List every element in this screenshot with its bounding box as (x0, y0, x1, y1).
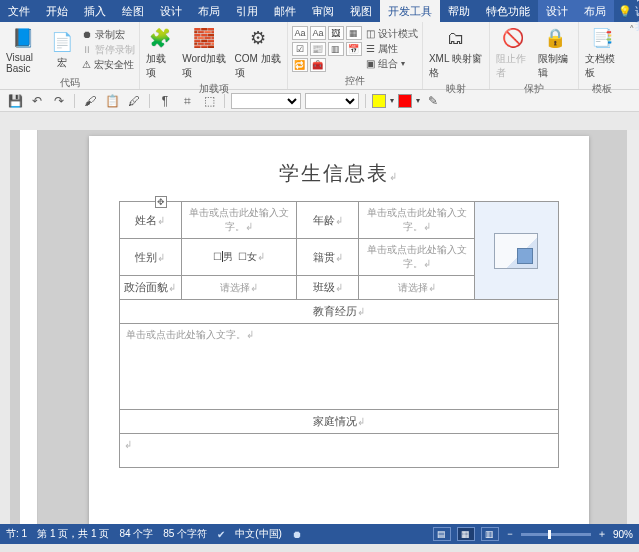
status-macro-icon[interactable]: ⏺ (292, 529, 302, 540)
ctl-richtext[interactable]: Aa (292, 26, 308, 40)
qat-btn-3[interactable]: 🖊 (125, 92, 143, 110)
addins-button[interactable]: 🧩加载项 (144, 24, 176, 81)
view-web-button[interactable]: ▥ (481, 527, 499, 541)
record-macro-button[interactable]: ⏺录制宏 (82, 28, 135, 42)
cell-edu-content[interactable]: 单击或点击此处输入文字。↲ (119, 324, 558, 410)
cell-age-label[interactable]: 年龄↲ (297, 202, 359, 239)
tab-table-design[interactable]: 设计 (538, 0, 576, 22)
block-authors-button[interactable]: 🚫阻止作者 (494, 24, 532, 81)
design-mode-button[interactable]: ◫设计模式 (366, 27, 418, 41)
cell-class-label[interactable]: 班级↲ (297, 276, 359, 300)
page-scroll[interactable]: 学生信息表↲ ✥ 姓名↲ 单击或点击此处输入文字。↲ 年龄↲ 单击或点击此处输入… (38, 130, 639, 524)
status-section[interactable]: 节: 1 (6, 527, 27, 541)
status-spellcheck-icon[interactable]: ✔ (217, 529, 225, 540)
ctl-date[interactable]: 📅 (346, 42, 362, 56)
restrict-edit-button[interactable]: 🔒限制编辑 (536, 24, 574, 81)
macro-security-button[interactable]: ⚠宏安全性 (82, 58, 135, 72)
cell-politics-input[interactable]: 请选择↲ (181, 276, 297, 300)
qat-btn-4[interactable]: ¶ (156, 92, 174, 110)
cell-gender-input[interactable]: ☐男 ☐女↲ (181, 239, 297, 276)
tab-table-layout[interactable]: 布局 (576, 0, 614, 22)
zoom-slider[interactable] (521, 533, 591, 536)
cell-family-content[interactable]: ↲ (119, 434, 558, 468)
vertical-scrollbar[interactable] (627, 130, 639, 524)
com-addins-button[interactable]: ⚙COM 加载项 (233, 24, 283, 81)
pause-record-button[interactable]: ⏸暂停录制 (82, 43, 135, 57)
cell-gender-label[interactable]: 性别↲ (119, 239, 181, 276)
status-page[interactable]: 第 1 页，共 1 页 (37, 527, 109, 541)
cell-age-input[interactable]: 单击或点击此处输入文字。↲ (359, 202, 475, 239)
style-combo[interactable] (231, 93, 301, 109)
qat-btn-6[interactable]: ⬚ (200, 92, 218, 110)
tab-references[interactable]: 引用 (228, 0, 266, 22)
tab-review[interactable]: 审阅 (304, 0, 342, 22)
tab-insert[interactable]: 插入 (76, 0, 114, 22)
shading-dropdown[interactable]: ▾ (390, 96, 394, 105)
ctl-checkbox[interactable]: ☑ (292, 42, 308, 56)
cell-family-label[interactable]: 家庭情况↲ (119, 410, 558, 434)
tab-design[interactable]: 设计 (152, 0, 190, 22)
table-row[interactable]: 家庭情况↲ (119, 410, 558, 434)
shading-color-swatch[interactable] (372, 94, 386, 108)
vertical-ruler[interactable] (20, 130, 38, 524)
qat-btn-1[interactable]: 🖌 (81, 92, 99, 110)
picture-placeholder-icon[interactable] (494, 233, 538, 269)
table-row[interactable]: 单击或点击此处输入文字。↲ (119, 324, 558, 410)
group-button[interactable]: ▣组合 ▾ (366, 57, 418, 71)
tab-help[interactable]: 帮助 (440, 0, 478, 22)
student-info-table[interactable]: 姓名↲ 单击或点击此处输入文字。↲ 年龄↲ 单击或点击此处输入文字。↲ 性别↲ … (119, 201, 559, 468)
ctl-repeating[interactable]: 🔁 (292, 58, 308, 72)
table-anchor-icon[interactable]: ✥ (155, 196, 167, 208)
tab-features[interactable]: 特色功能 (478, 0, 538, 22)
cell-photo[interactable] (474, 202, 558, 300)
status-words[interactable]: 84 个字 (119, 527, 153, 541)
cell-native-label[interactable]: 籍贯↲ (297, 239, 359, 276)
zoom-level[interactable]: 90% (613, 529, 633, 540)
document-page[interactable]: 学生信息表↲ ✥ 姓名↲ 单击或点击此处输入文字。↲ 年龄↲ 单击或点击此处输入… (89, 136, 589, 524)
properties-button[interactable]: ☰属性 (366, 42, 418, 56)
fontcolor-dropdown[interactable]: ▾ (416, 96, 420, 105)
tab-view[interactable]: 视图 (342, 0, 380, 22)
checkbox-female[interactable]: ☐ (238, 251, 247, 262)
qat-btn-2[interactable]: 📋 (103, 92, 121, 110)
table-row[interactable]: ↲ (119, 434, 558, 468)
font-color-swatch[interactable] (398, 94, 412, 108)
table-row[interactable]: 姓名↲ 单击或点击此处输入文字。↲ 年龄↲ 单击或点击此处输入文字。↲ (119, 202, 558, 239)
view-read-button[interactable]: ▤ (433, 527, 451, 541)
undo-button[interactable]: ↶ (28, 92, 46, 110)
font-combo[interactable] (305, 93, 359, 109)
macros-button[interactable]: 📄宏 (46, 28, 78, 71)
tab-file[interactable]: 文件 (0, 0, 38, 22)
qat-btn-5[interactable]: ⌗ (178, 92, 196, 110)
collapse-ribbon[interactable]: ˄ (625, 22, 639, 89)
ctl-picture[interactable]: 🖼 (328, 26, 344, 40)
doc-template-button[interactable]: 📑文档模板 (583, 24, 621, 81)
ctl-legacy[interactable]: 🧰 (310, 58, 326, 72)
ctl-buildingblock[interactable]: ▦ (346, 26, 362, 40)
ctl-combobox[interactable]: 📰 (310, 42, 326, 56)
tab-draw[interactable]: 绘图 (114, 0, 152, 22)
save-button[interactable]: 💾 (6, 92, 24, 110)
ctl-dropdown[interactable]: ▥ (328, 42, 344, 56)
cell-politics-label[interactable]: 政治面貌↲ (119, 276, 181, 300)
view-print-button[interactable]: ▦ (457, 527, 475, 541)
tab-developer[interactable]: 开发工具 (380, 0, 440, 22)
xml-mapping-button[interactable]: 🗂XML 映射窗格 (427, 24, 485, 81)
status-language[interactable]: 中文(中国) (235, 527, 282, 541)
zoom-out-button[interactable]: － (505, 527, 515, 541)
table-row[interactable]: 教育经历↲ (119, 300, 558, 324)
cell-edu-label[interactable]: 教育经历↲ (119, 300, 558, 324)
visual-basic-button[interactable]: 📘Visual Basic (4, 24, 42, 75)
status-chars[interactable]: 85 个字符 (163, 527, 207, 541)
tab-home[interactable]: 开始 (38, 0, 76, 22)
word-addins-button[interactable]: 🧱Word加载项 (180, 24, 228, 81)
cell-name-label[interactable]: 姓名↲ (119, 202, 181, 239)
tab-layout[interactable]: 布局 (190, 0, 228, 22)
cell-class-input[interactable]: 请选择↲ (359, 276, 475, 300)
tab-mailings[interactable]: 邮件 (266, 0, 304, 22)
cell-name-input[interactable]: 单击或点击此处输入文字。↲ (181, 202, 297, 239)
checkbox-male[interactable]: ☐ (213, 251, 223, 262)
cell-native-input[interactable]: 单击或点击此处输入文字。↲ (359, 239, 475, 276)
ctl-plaintext[interactable]: Aa (310, 26, 326, 40)
qat-btn-7[interactable]: ✎ (424, 92, 442, 110)
